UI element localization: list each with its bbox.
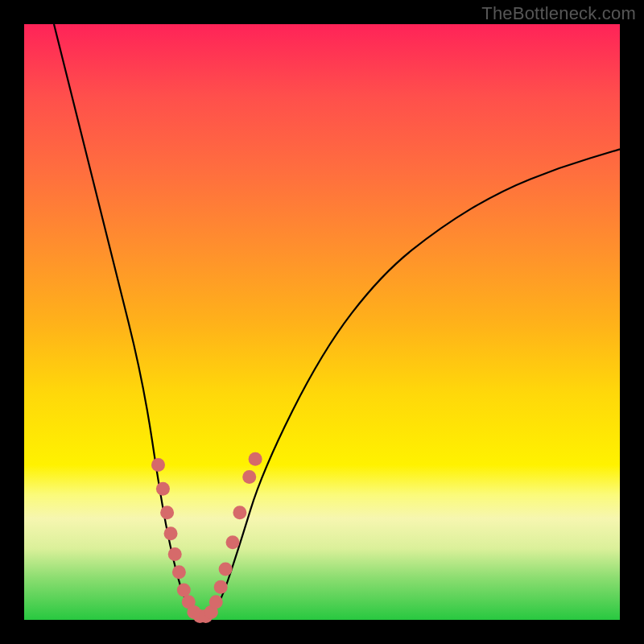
curve-markers [151, 452, 262, 623]
curve-marker [214, 580, 228, 594]
curve-marker [168, 547, 182, 561]
curve-marker [219, 563, 233, 576]
chart-frame: TheBottleneck.com [0, 0, 644, 644]
curve-marker [249, 452, 262, 466]
curve-marker [164, 526, 178, 540]
curve-marker [156, 482, 170, 496]
curve-marker [242, 470, 256, 484]
curve-marker [177, 584, 191, 597]
bottleneck-curve [54, 24, 620, 617]
curve-marker [160, 506, 174, 519]
curve-marker [233, 506, 246, 519]
curve-layer [24, 24, 620, 620]
plot-area [24, 24, 620, 620]
curve-marker [151, 458, 165, 472]
curve-marker [209, 595, 223, 609]
curve-marker [172, 565, 186, 579]
curve-marker [226, 535, 240, 549]
watermark-text: TheBottleneck.com [481, 3, 636, 24]
